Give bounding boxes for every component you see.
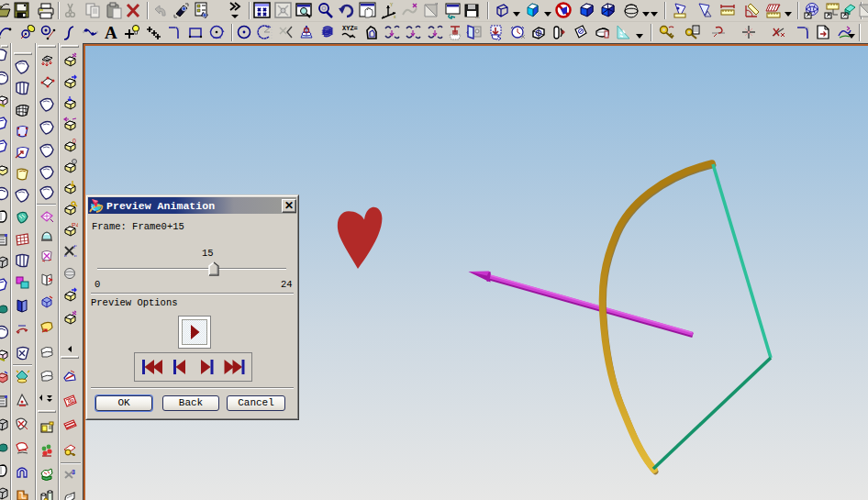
svg-text:XYZ=: XYZ= bbox=[342, 25, 358, 32]
svg-text:0: 0 bbox=[72, 138, 76, 144]
svg-text:00: 00 bbox=[68, 398, 74, 404]
svg-text:x: x bbox=[394, 14, 396, 19]
svg-text:Y: Y bbox=[390, 2, 394, 7]
svg-text:3: 3 bbox=[72, 469, 75, 475]
svg-text:P4: P4 bbox=[72, 222, 78, 228]
svg-text:...: ... bbox=[475, 14, 480, 19]
svg-text:A: A bbox=[105, 24, 117, 42]
